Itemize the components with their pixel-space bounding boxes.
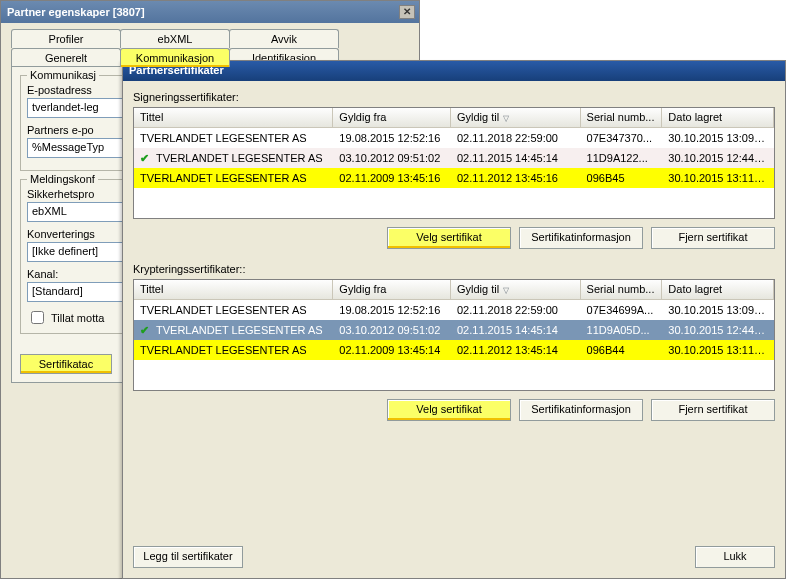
col-gyldig-til[interactable]: Gyldig til▽ bbox=[451, 108, 581, 127]
tillat-label: Tillat motta bbox=[51, 312, 104, 324]
table-row[interactable]: TVERLANDET LEGESENTER AS02.11.2009 13:45… bbox=[134, 168, 774, 188]
col-gyldig-fra[interactable]: Gyldig fra bbox=[333, 280, 451, 299]
tab-row-1: Profiler ebXML Avvik bbox=[11, 29, 419, 48]
cell-gyldig-fra: 19.08.2015 12:52:16 bbox=[333, 302, 451, 318]
cell-dato: 30.10.2015 13:11:08 bbox=[662, 170, 774, 186]
cell-tittel: TVERLANDET LEGESENTER AS bbox=[140, 132, 307, 144]
cell-serial: 11D9A122... bbox=[581, 150, 663, 166]
signing-listview[interactable]: Tittel Gyldig fra Gyldig til▽ Serial num… bbox=[133, 107, 775, 219]
cell-dato: 30.10.2015 13:09:43 bbox=[662, 302, 774, 318]
cell-gyldig-fra: 03.10.2012 09:51:02 bbox=[333, 150, 451, 166]
cell-serial: 07E34699A... bbox=[581, 302, 663, 318]
signing-button-row: Velg sertifikat Sertifikatinformasjon Fj… bbox=[133, 227, 775, 249]
sertifikat-info-button-sign[interactable]: Sertifikatinformasjon bbox=[519, 227, 643, 249]
cell-gyldig-fra: 02.11.2009 13:45:16 bbox=[333, 170, 451, 186]
encrypt-listview-header: Tittel Gyldig fra Gyldig til▽ Serial num… bbox=[134, 280, 774, 300]
col-dato[interactable]: Dato lagret bbox=[662, 108, 774, 127]
signing-listview-header: Tittel Gyldig fra Gyldig til▽ Serial num… bbox=[134, 108, 774, 128]
check-icon: ✔ bbox=[140, 152, 152, 165]
col-gyldig-fra[interactable]: Gyldig fra bbox=[333, 108, 451, 127]
cert-dialog: Partnersertifikater Signeringssertifikat… bbox=[122, 60, 786, 579]
cell-serial: 11D9A05D... bbox=[581, 322, 663, 338]
tab-kommunikasjon[interactable]: Kommunikasjon bbox=[120, 48, 230, 67]
sort-indicator-icon: ▽ bbox=[503, 286, 509, 295]
cell-dato: 30.10.2015 13:11:08 bbox=[662, 342, 774, 358]
encrypt-button-row: Velg sertifikat Sertifikatinformasjon Fj… bbox=[133, 399, 775, 421]
cell-dato: 30.10.2015 12:44:39 bbox=[662, 150, 774, 166]
velg-sertifikat-button-enc[interactable]: Velg sertifikat bbox=[387, 399, 511, 421]
col-serial[interactable]: Serial numb... bbox=[581, 280, 663, 299]
col-serial[interactable]: Serial numb... bbox=[581, 108, 663, 127]
parent-title: Partner egenskaper [3807] bbox=[7, 6, 145, 18]
velg-sertifikat-button-sign[interactable]: Velg sertifikat bbox=[387, 227, 511, 249]
tillat-checkbox[interactable] bbox=[31, 311, 44, 324]
fjern-sertifikat-button-enc[interactable]: Fjern sertifikat bbox=[651, 399, 775, 421]
cell-gyldig-fra: 19.08.2015 12:52:16 bbox=[333, 130, 451, 146]
lukk-button[interactable]: Lukk bbox=[695, 546, 775, 568]
cell-gyldig-til: 02.11.2018 22:59:00 bbox=[451, 130, 581, 146]
legg-til-sertifikater-button[interactable]: Legg til sertifikater bbox=[133, 546, 243, 568]
cell-tittel: TVERLANDET LEGESENTER AS bbox=[156, 152, 323, 164]
table-row[interactable]: TVERLANDET LEGESENTER AS19.08.2015 12:52… bbox=[134, 300, 774, 320]
cell-tittel: TVERLANDET LEGESENTER AS bbox=[140, 304, 307, 316]
cell-gyldig-til: 02.11.2012 13:45:16 bbox=[451, 170, 581, 186]
group-meldingskonf-title: Meldingskonf bbox=[27, 173, 98, 185]
cell-dato: 30.10.2015 12:44:39 bbox=[662, 322, 774, 338]
encrypt-cert-label: Krypteringssertifikater:: bbox=[133, 263, 775, 275]
cell-serial: 07E347370... bbox=[581, 130, 663, 146]
table-row[interactable]: TVERLANDET LEGESENTER AS19.08.2015 12:52… bbox=[134, 128, 774, 148]
cell-gyldig-til: 02.11.2015 14:45:14 bbox=[451, 322, 581, 338]
cell-tittel: TVERLANDET LEGESENTER AS bbox=[140, 344, 307, 356]
cell-dato: 30.10.2015 13:09:43 bbox=[662, 130, 774, 146]
cert-footer: Legg til sertifikater Lukk bbox=[133, 546, 775, 568]
cell-gyldig-til: 02.11.2018 22:59:00 bbox=[451, 302, 581, 318]
encrypt-listview[interactable]: Tittel Gyldig fra Gyldig til▽ Serial num… bbox=[133, 279, 775, 391]
table-row[interactable]: ✔TVERLANDET LEGESENTER AS03.10.2012 09:5… bbox=[134, 148, 774, 168]
sertifikat-button[interactable]: Sertifikatac bbox=[20, 354, 112, 374]
cell-serial: 096B44 bbox=[581, 342, 663, 358]
cell-tittel: TVERLANDET LEGESENTER AS bbox=[140, 172, 307, 184]
cell-gyldig-fra: 03.10.2012 09:51:02 bbox=[333, 322, 451, 338]
fjern-sertifikat-button-sign[interactable]: Fjern sertifikat bbox=[651, 227, 775, 249]
table-row[interactable]: TVERLANDET LEGESENTER AS02.11.2009 13:45… bbox=[134, 340, 774, 360]
group-kommunikasjon-title: Kommunikasj bbox=[27, 69, 99, 81]
sertifikat-info-button-enc[interactable]: Sertifikatinformasjon bbox=[519, 399, 643, 421]
signing-cert-label: Signeringssertifikater: bbox=[133, 91, 775, 103]
table-row[interactable]: ✔TVERLANDET LEGESENTER AS03.10.2012 09:5… bbox=[134, 320, 774, 340]
cell-tittel: TVERLANDET LEGESENTER AS bbox=[156, 324, 323, 336]
col-dato[interactable]: Dato lagret bbox=[662, 280, 774, 299]
tab-profiler[interactable]: Profiler bbox=[11, 29, 121, 48]
tab-generelt[interactable]: Generelt bbox=[11, 48, 121, 67]
cell-gyldig-til: 02.11.2012 13:45:14 bbox=[451, 342, 581, 358]
parent-titlebar: Partner egenskaper [3807] ✕ bbox=[1, 1, 419, 23]
cell-gyldig-fra: 02.11.2009 13:45:14 bbox=[333, 342, 451, 358]
col-gyldig-til[interactable]: Gyldig til▽ bbox=[451, 280, 581, 299]
tab-ebxml[interactable]: ebXML bbox=[120, 29, 230, 48]
col-tittel[interactable]: Tittel bbox=[134, 280, 333, 299]
cell-serial: 096B45 bbox=[581, 170, 663, 186]
col-tittel[interactable]: Tittel bbox=[134, 108, 333, 127]
close-icon[interactable]: ✕ bbox=[399, 5, 415, 19]
cell-gyldig-til: 02.11.2015 14:45:14 bbox=[451, 150, 581, 166]
sort-indicator-icon: ▽ bbox=[503, 114, 509, 123]
check-icon: ✔ bbox=[140, 324, 152, 337]
tab-avvik[interactable]: Avvik bbox=[229, 29, 339, 48]
